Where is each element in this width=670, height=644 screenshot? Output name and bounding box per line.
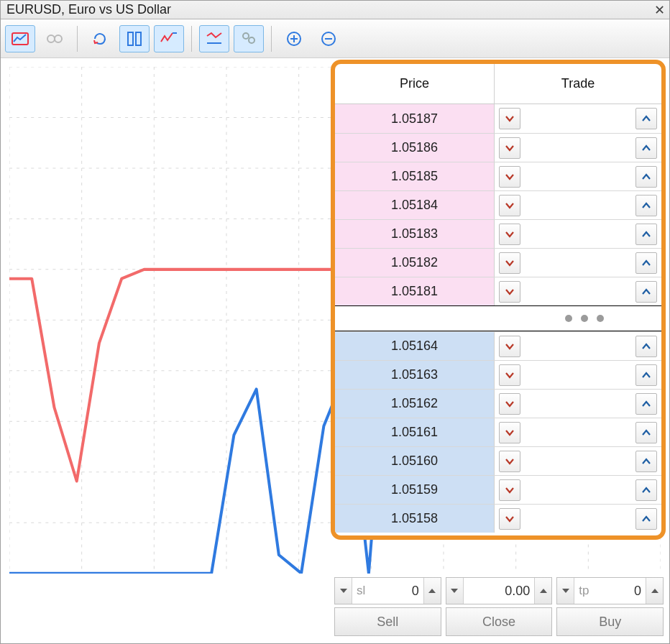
spread-button[interactable] — [199, 25, 229, 52]
svg-rect-4 — [136, 32, 141, 45]
depth-of-market-panel: Price Trade 1.051871.051861.051851.05184… — [331, 60, 666, 540]
price-cell: 1.05185 — [335, 162, 495, 190]
price-cell: 1.05161 — [335, 418, 495, 446]
dom-row-ask: 1.05185 — [335, 162, 661, 190]
close-button[interactable]: Close — [446, 607, 553, 636]
volume-increase-button[interactable] — [534, 578, 551, 604]
sell-at-price-button[interactable] — [499, 364, 520, 386]
sell-at-price-button[interactable] — [499, 422, 520, 443]
sell-at-price-button[interactable] — [499, 336, 520, 357]
svg-point-2 — [55, 35, 62, 42]
tick-chart-button[interactable] — [154, 25, 184, 52]
chart-mode-icon — [10, 29, 30, 49]
columns-icon — [124, 29, 144, 49]
price-cell: 1.05186 — [335, 134, 495, 162]
zoom-out-icon — [318, 29, 339, 49]
buy-at-price-button[interactable] — [635, 252, 657, 274]
depth-button[interactable] — [234, 25, 264, 52]
buy-button[interactable]: Buy — [556, 607, 664, 636]
trade-cell — [495, 220, 661, 248]
tick-chart-icon — [159, 29, 179, 49]
buy-at-price-button[interactable] — [635, 108, 657, 129]
order-controls: sl0 0.00 tp0 Sell Close Buy — [334, 577, 664, 638]
columns-button[interactable] — [119, 25, 150, 52]
sell-at-price-button[interactable] — [499, 508, 520, 530]
tp-placeholder: tp — [579, 584, 589, 598]
price-cell: 1.05159 — [335, 476, 495, 504]
dom-row-bid: 1.05160 — [335, 446, 661, 475]
refresh-icon — [90, 29, 110, 49]
sell-at-price-button[interactable] — [499, 393, 520, 415]
dom-row-ask: 1.05184 — [335, 190, 661, 219]
buy-at-price-button[interactable] — [635, 195, 657, 216]
tp-input[interactable]: tp0 — [556, 577, 664, 604]
volume-decrease-button[interactable] — [446, 578, 464, 604]
sell-at-price-button[interactable] — [499, 281, 520, 303]
dom-header-trade: Trade — [495, 64, 661, 104]
dom-header: Price Trade — [335, 64, 661, 104]
refresh-button[interactable] — [85, 25, 115, 52]
price-cell: 1.05158 — [335, 505, 495, 533]
dom-row-bid: 1.05158 — [335, 504, 661, 533]
tp-decrease-button[interactable] — [557, 578, 574, 604]
spread-gap-indicator — [335, 305, 661, 331]
sell-at-price-button[interactable] — [499, 224, 520, 245]
close-icon[interactable]: ✕ — [654, 2, 665, 18]
sl-input[interactable]: sl0 — [334, 577, 441, 604]
dom-row-ask: 1.05182 — [335, 248, 661, 277]
buy-at-price-button[interactable] — [635, 166, 657, 188]
dom-row-ask: 1.05187 — [335, 104, 661, 133]
dom-body: 1.051871.051861.051851.051841.051831.051… — [335, 104, 661, 535]
sell-at-price-button[interactable] — [499, 252, 520, 274]
link-button[interactable] — [40, 25, 70, 52]
sell-button[interactable]: Sell — [334, 607, 441, 636]
buy-at-price-button[interactable] — [635, 224, 657, 245]
buy-at-price-button[interactable] — [635, 137, 657, 159]
trade-cell — [495, 191, 661, 219]
trade-cell — [495, 332, 661, 360]
buy-at-price-button[interactable] — [635, 451, 657, 472]
buy-at-price-button[interactable] — [635, 508, 657, 530]
sell-at-price-button[interactable] — [499, 479, 520, 501]
trade-cell — [495, 476, 661, 504]
buy-at-price-button[interactable] — [635, 336, 657, 357]
trade-cell — [495, 418, 661, 446]
buy-at-price-button[interactable] — [635, 479, 657, 501]
dom-row-bid: 1.05159 — [335, 475, 661, 504]
toolbar-separator — [271, 26, 272, 52]
svg-point-8 — [249, 37, 254, 43]
price-cell: 1.05162 — [335, 390, 495, 418]
sell-at-price-button[interactable] — [499, 166, 520, 188]
zoom-out-button[interactable] — [313, 25, 344, 52]
sell-at-price-button[interactable] — [499, 137, 520, 159]
toolbar-separator — [191, 26, 192, 52]
tp-increase-button[interactable] — [646, 578, 663, 604]
sl-decrease-button[interactable] — [335, 578, 352, 604]
sell-at-price-button[interactable] — [499, 108, 520, 129]
svg-point-1 — [47, 35, 55, 42]
dom-row-bid: 1.05162 — [335, 389, 661, 418]
sell-at-price-button[interactable] — [499, 195, 520, 216]
buy-at-price-button[interactable] — [635, 281, 657, 303]
sl-value: 0 — [412, 584, 419, 599]
sl-increase-button[interactable] — [423, 578, 441, 604]
dom-row-ask: 1.05183 — [335, 219, 661, 248]
zoom-in-button[interactable] — [279, 25, 309, 52]
sell-at-price-button[interactable] — [499, 451, 520, 472]
price-cell: 1.05181 — [335, 277, 495, 305]
price-cell: 1.05183 — [335, 220, 495, 248]
tp-value: 0 — [634, 584, 641, 599]
chart-mode-button[interactable] — [5, 25, 35, 52]
dom-row-bid: 1.05164 — [335, 331, 661, 360]
trade-cell — [495, 390, 661, 418]
volume-input[interactable]: 0.00 — [446, 577, 553, 604]
sl-placeholder: sl — [357, 584, 365, 598]
link-icon — [45, 29, 65, 49]
trading-window: EURUSD, Euro vs US Dollar ✕ — [0, 0, 670, 644]
buy-at-price-button[interactable] — [635, 422, 657, 443]
window-title: EURUSD, Euro vs US Dollar — [6, 2, 171, 17]
buy-at-price-button[interactable] — [635, 364, 657, 386]
buy-at-price-button[interactable] — [635, 393, 657, 415]
dom-row-ask: 1.05181 — [335, 277, 661, 305]
dom-header-price: Price — [335, 64, 495, 104]
